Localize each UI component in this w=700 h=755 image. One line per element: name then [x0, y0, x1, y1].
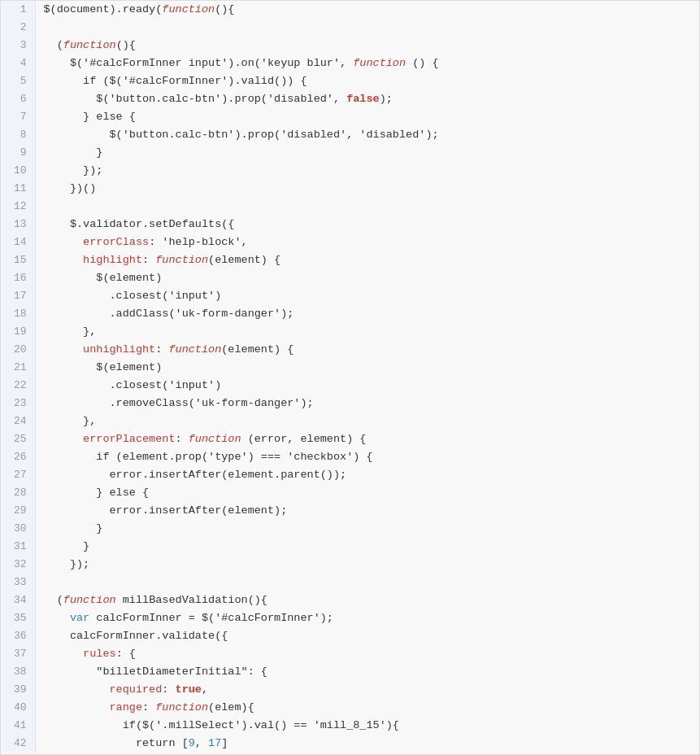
- line-code: unhighlight: function(element) {: [35, 341, 699, 359]
- code-token: [44, 612, 70, 624]
- line-number: 30: [1, 520, 35, 538]
- code-token: :: [142, 701, 155, 714]
- code-token: true: [176, 683, 202, 696]
- code-token: function: [189, 433, 241, 445]
- table-row: 33: [1, 574, 699, 591]
- line-code: .removeClass('uk-form-danger');: [35, 395, 699, 412]
- table-row: 37 rules: {: [1, 645, 699, 663]
- line-code: $('#calcFormInner input').on('keyup blur…: [35, 55, 699, 72]
- code-table: 1$(document).ready(function(){2 3 (funct…: [1, 1, 699, 753]
- line-number: 42: [1, 735, 35, 753]
- line-number: 8: [1, 126, 35, 144]
- code-token: :: [142, 254, 155, 266]
- table-row: 3 (function(){: [1, 37, 699, 55]
- line-number: 27: [1, 466, 35, 484]
- line-number: 37: [1, 645, 35, 663]
- code-token: .closest('input'): [44, 379, 222, 391]
- code-token: }: [44, 522, 103, 535]
- line-number: 10: [1, 162, 35, 180]
- line-code: error.insertAfter(element);: [35, 502, 699, 520]
- code-token: rules: [83, 648, 116, 660]
- code-token: [44, 254, 84, 266]
- code-token: (: [44, 594, 63, 606]
- code-token: if ($('#calcFormInner').valid()) {: [44, 75, 307, 87]
- line-code: if($('.millSelect').val() == 'mill_8_15'…: [35, 717, 699, 735]
- code-token: function: [353, 57, 406, 69]
- code-token: [44, 648, 84, 660]
- line-code: }: [35, 144, 699, 162]
- line-number: 24: [1, 412, 35, 430]
- table-row: 12: [1, 198, 699, 216]
- code-token: });: [44, 558, 90, 570]
- table-row: 39 required: true,: [1, 681, 699, 699]
- table-row: 24 },: [1, 412, 699, 430]
- table-row: 13 $.validator.setDefaults({: [1, 216, 699, 233]
- table-row: 42 return [9, 17]: [1, 735, 699, 753]
- table-row: 27 error.insertAfter(element.parent());: [1, 466, 699, 484]
- code-token: ]: [221, 737, 228, 749]
- code-token: errorPlacement: [83, 433, 175, 445]
- code-token: millBasedValidation(){: [116, 594, 267, 606]
- line-number: 4: [1, 55, 35, 72]
- table-row: 31 }: [1, 538, 699, 556]
- line-number: 22: [1, 377, 35, 395]
- code-token: return [: [44, 737, 189, 749]
- code-token: $(document).ready(: [44, 3, 163, 15]
- line-code: "billetDiameterInitial": {: [35, 663, 699, 681]
- code-token: $.validator.setDefaults({: [44, 218, 235, 230]
- code-token: false: [346, 93, 380, 105]
- line-number: 20: [1, 341, 35, 359]
- table-row: 6 $('button.calc-btn').prop('disabled', …: [1, 90, 699, 108]
- code-token: errorClass: [83, 236, 149, 248]
- table-row: 16 $(element): [1, 269, 699, 287]
- line-number: 12: [1, 198, 35, 216]
- line-code: var calcFormInner = $('#calcFormInner');: [35, 609, 699, 627]
- line-number: 16: [1, 269, 35, 287]
- code-token: highlight: [83, 254, 142, 266]
- code-token: [44, 236, 84, 248]
- code-token: .addClass('uk-form-danger');: [44, 308, 294, 320]
- table-row: 41 if($('.millSelect').val() == 'mill_8_…: [1, 717, 699, 735]
- line-code: required: true,: [35, 681, 699, 699]
- line-number: 32: [1, 556, 35, 574]
- line-number: 6: [1, 90, 35, 108]
- table-row: 32 });: [1, 556, 699, 574]
- line-number: 18: [1, 305, 35, 323]
- code-token: : {: [116, 648, 136, 660]
- line-code: $(document).ready(function(){: [35, 1, 699, 19]
- line-code: } else {: [35, 108, 699, 126]
- code-token: if($('.millSelect').val() == 'mill_8_15'…: [44, 719, 399, 731]
- line-code: .addClass('uk-form-danger');: [35, 305, 699, 323]
- line-code: $(element): [35, 269, 699, 287]
- line-number: 29: [1, 502, 35, 520]
- line-number: 23: [1, 395, 35, 412]
- code-token: if (element.prop('type') === 'checkbox')…: [44, 451, 373, 463]
- line-code: return [9, 17]: [35, 735, 699, 753]
- line-number: 26: [1, 448, 35, 466]
- table-row: 28 } else {: [1, 484, 699, 502]
- line-number: 34: [1, 591, 35, 609]
- line-code: (function(){: [35, 37, 699, 55]
- line-number: 28: [1, 484, 35, 502]
- code-token: },: [44, 325, 97, 338]
- code-token: .removeClass('uk-form-danger');: [44, 397, 314, 409]
- code-token: unhighlight: [83, 343, 155, 356]
- line-code: })(): [35, 180, 699, 198]
- code-token: (element) {: [221, 343, 293, 356]
- table-row: 5 if ($('#calcFormInner').valid()) {: [1, 72, 699, 90]
- code-token: :: [176, 433, 189, 445]
- line-number: 40: [1, 699, 35, 717]
- table-row: 4 $('#calcFormInner input').on('keyup bl…: [1, 55, 699, 72]
- line-code: });: [35, 556, 699, 574]
- line-code: if ($('#calcFormInner').valid()) {: [35, 72, 699, 90]
- code-token: range: [110, 701, 143, 714]
- table-row: 15 highlight: function(element) {: [1, 251, 699, 269]
- code-token: [44, 683, 110, 696]
- code-token: (){: [116, 39, 136, 51]
- code-token: calcFormInner = $('#calcFormInner');: [89, 612, 333, 624]
- code-token: () {: [406, 57, 439, 69]
- line-code: .closest('input'): [35, 287, 699, 305]
- code-token: $('button.calc-btn').prop('disabled',: [44, 93, 347, 105]
- code-token: });: [44, 164, 103, 177]
- code-token: }: [44, 146, 103, 159]
